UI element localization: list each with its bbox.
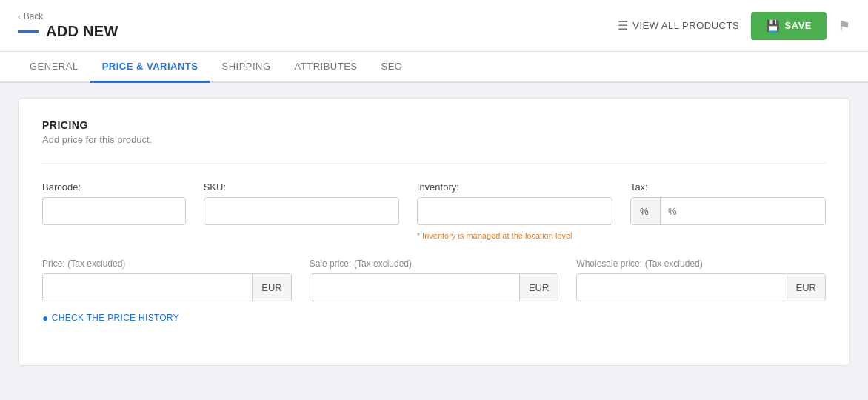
bookmark-icon[interactable]: ⚑ bbox=[838, 18, 850, 34]
barcode-group: Barcode: bbox=[42, 181, 186, 225]
sale-price-group: Sale price: (Tax excluded) EUR bbox=[310, 258, 559, 301]
inventory-input[interactable] bbox=[417, 197, 612, 225]
history-icon: ● bbox=[42, 312, 49, 324]
inventory-group: Inventory: * Inventory is managed at the… bbox=[417, 181, 612, 240]
sale-price-input[interactable] bbox=[310, 274, 519, 301]
wholesale-price-input[interactable] bbox=[577, 274, 786, 301]
wholesale-price-input-row: EUR bbox=[576, 273, 826, 301]
wholesale-price-label: Wholesale price: (Tax excluded) bbox=[576, 258, 826, 269]
tabs-bar: GENERAL PRICE & VARIANTS SHIPPING ATTRIB… bbox=[0, 52, 868, 83]
page-title-row: ADD NEW bbox=[18, 23, 118, 40]
price-input[interactable] bbox=[43, 274, 252, 301]
page-wrapper: ‹ Back ADD NEW ☰ VIEW ALL PRODUCTS 💾 SAV… bbox=[0, 0, 868, 400]
price-currency: EUR bbox=[252, 274, 290, 301]
sale-price-currency: EUR bbox=[519, 274, 558, 301]
main-content: PRICING Add price for this product. Barc… bbox=[0, 83, 868, 381]
tax-input[interactable] bbox=[661, 198, 825, 224]
view-all-products-link[interactable]: ☰ VIEW ALL PRODUCTS bbox=[618, 19, 739, 33]
save-button[interactable]: 💾 SAVE bbox=[751, 12, 827, 40]
inventory-note: * Inventory is managed at the location l… bbox=[417, 231, 612, 240]
tab-shipping[interactable]: SHIPPING bbox=[210, 52, 282, 83]
list-icon: ☰ bbox=[618, 19, 629, 33]
form-row-2: Price: (Tax excluded) EUR ● CHECK THE PR… bbox=[42, 258, 826, 324]
back-link[interactable]: ‹ Back bbox=[18, 11, 118, 21]
back-arrow-icon: ‹ bbox=[18, 12, 21, 21]
tab-seo[interactable]: SEO bbox=[370, 52, 415, 83]
back-label: Back bbox=[24, 11, 44, 21]
section-title: PRICING bbox=[42, 119, 826, 131]
save-label: SAVE bbox=[785, 20, 812, 31]
sale-price-label: Sale price: (Tax excluded) bbox=[310, 258, 559, 269]
wholesale-price-group: Wholesale price: (Tax excluded) EUR bbox=[576, 258, 826, 301]
form-row-1: Barcode: SKU: Inventory: * Inventory is … bbox=[42, 181, 826, 240]
top-bar-right: ☰ VIEW ALL PRODUCTS 💾 SAVE ⚑ bbox=[618, 12, 850, 40]
sale-price-input-row: EUR bbox=[310, 273, 559, 301]
top-bar: ‹ Back ADD NEW ☰ VIEW ALL PRODUCTS 💾 SAV… bbox=[0, 0, 868, 52]
sku-input[interactable] bbox=[204, 197, 399, 225]
inventory-label: Inventory: bbox=[417, 181, 612, 193]
save-icon: 💾 bbox=[766, 19, 781, 33]
price-history-link[interactable]: ● CHECK THE PRICE HISTORY bbox=[42, 312, 292, 324]
price-label: Price: (Tax excluded) bbox=[42, 258, 292, 269]
tax-group: Tax: % bbox=[630, 181, 826, 225]
barcode-label: Barcode: bbox=[42, 181, 186, 193]
tax-label: Tax: bbox=[630, 181, 826, 193]
price-history-label: CHECK THE PRICE HISTORY bbox=[52, 313, 179, 323]
sku-group: SKU: bbox=[204, 181, 399, 225]
sku-label: SKU: bbox=[204, 181, 399, 193]
tab-price-variants[interactable]: PRICE & VARIANTS bbox=[90, 52, 210, 83]
tax-input-row: % bbox=[630, 197, 826, 225]
tax-percent-symbol: % bbox=[631, 198, 661, 224]
divider bbox=[42, 163, 826, 164]
tab-attributes[interactable]: ATTRIBUTES bbox=[283, 52, 370, 83]
price-input-row: EUR bbox=[42, 273, 292, 301]
barcode-input[interactable] bbox=[42, 197, 186, 225]
view-all-label: VIEW ALL PRODUCTS bbox=[632, 20, 739, 31]
wholesale-price-currency: EUR bbox=[787, 274, 825, 301]
top-bar-left: ‹ Back ADD NEW bbox=[18, 11, 118, 40]
pricing-card: PRICING Add price for this product. Barc… bbox=[18, 98, 850, 366]
page-title: ADD NEW bbox=[46, 23, 118, 40]
blue-dash-decoration bbox=[18, 30, 39, 33]
section-subtitle: Add price for this product. bbox=[42, 134, 826, 145]
tab-general[interactable]: GENERAL bbox=[18, 52, 90, 83]
price-group: Price: (Tax excluded) EUR ● CHECK THE PR… bbox=[42, 258, 292, 324]
